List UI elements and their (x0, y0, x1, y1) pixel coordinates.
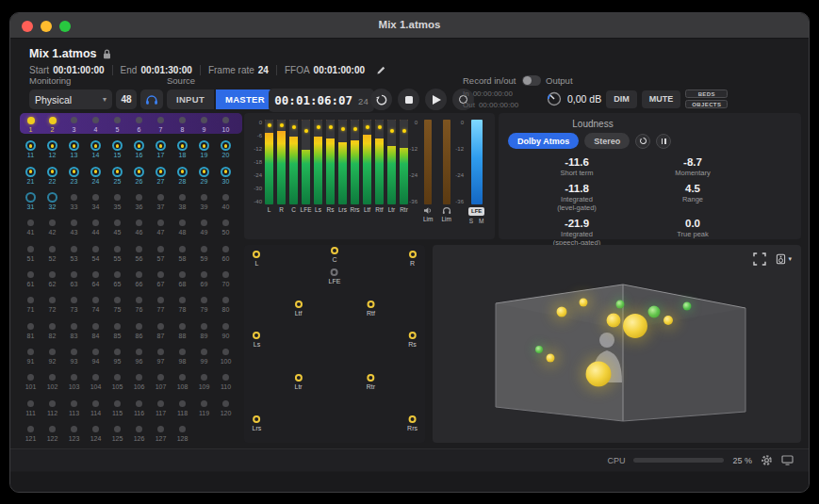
channel-120[interactable]: 120 (215, 397, 237, 417)
source-input-button[interactable]: INPUT (167, 89, 214, 109)
channel-69[interactable]: 69 (193, 268, 215, 288)
channel-51[interactable]: 51 (20, 242, 41, 263)
lock-icon[interactable] (103, 49, 111, 59)
channel-92[interactable]: 92 (41, 345, 63, 366)
channel-29[interactable]: 29 (193, 165, 215, 186)
channel-105[interactable]: 105 (106, 370, 128, 391)
return-to-start-button[interactable] (370, 89, 392, 110)
channel-102[interactable]: 102 (41, 370, 63, 391)
channel-66[interactable]: 66 (128, 268, 150, 288)
channel-75[interactable]: 75 (106, 293, 128, 314)
speaker-Rs[interactable]: Rs (408, 332, 417, 348)
channel-25[interactable]: 25 (106, 165, 128, 186)
channel-121[interactable]: 121 (20, 422, 41, 443)
channel-22[interactable]: 22 (41, 165, 63, 186)
channel-9[interactable]: 9 (193, 113, 215, 134)
speaker-LFE[interactable]: LFE (329, 268, 341, 285)
channel-32[interactable]: 32 (41, 190, 63, 211)
channel-67[interactable]: 67 (150, 268, 172, 288)
channel-126[interactable]: 126 (128, 422, 150, 443)
channel-82[interactable]: 82 (41, 319, 63, 340)
channel-94[interactable]: 94 (85, 345, 106, 366)
channel-79[interactable]: 79 (193, 293, 215, 314)
source-master-button[interactable]: MASTER (216, 89, 274, 109)
channel-87[interactable]: 87 (150, 319, 172, 340)
tab-dolby-atmos[interactable]: Dolby Atmos (508, 133, 579, 149)
channel-122[interactable]: 122 (41, 422, 63, 443)
play-button[interactable] (425, 89, 447, 110)
channel-27[interactable]: 27 (150, 165, 172, 186)
channel-125[interactable]: 125 (106, 422, 128, 443)
output-knob-icon[interactable] (546, 90, 563, 107)
channel-110[interactable]: 110 (215, 370, 237, 391)
channel-64[interactable]: 64 (85, 268, 106, 288)
channel-43[interactable]: 43 (63, 216, 85, 236)
speaker-L[interactable]: L (253, 251, 260, 267)
channel-127[interactable]: 127 (150, 422, 172, 443)
channel-70[interactable]: 70 (215, 268, 237, 288)
view-mode-button[interactable]: ▾ (776, 253, 792, 265)
channel-72[interactable]: 72 (41, 293, 63, 314)
channel-114[interactable]: 114 (85, 397, 106, 417)
speaker-Rrs[interactable]: Rrs (407, 415, 418, 431)
channel-113[interactable]: 113 (63, 397, 85, 417)
channel-58[interactable]: 58 (172, 242, 193, 263)
channel-23[interactable]: 23 (63, 165, 85, 186)
channel-74[interactable]: 74 (85, 293, 106, 314)
channel-116[interactable]: 116 (128, 397, 150, 417)
channel-104[interactable]: 104 (85, 370, 106, 391)
channel-98[interactable]: 98 (172, 345, 193, 366)
edit-icon[interactable] (376, 65, 386, 75)
channel-97[interactable]: 97 (150, 345, 172, 366)
channel-47[interactable]: 47 (150, 216, 172, 236)
channel-63[interactable]: 63 (63, 268, 85, 288)
channel-115[interactable]: 115 (106, 397, 128, 417)
channel-31[interactable]: 31 (20, 190, 41, 211)
channel-52[interactable]: 52 (41, 242, 63, 263)
channel-100[interactable]: 100 (215, 345, 237, 366)
display-button[interactable] (781, 455, 794, 465)
room-viewer[interactable]: ▾ (433, 245, 801, 443)
speaker-Rtr[interactable]: Rtr (367, 374, 375, 390)
speaker-Rtf[interactable]: Rtf (367, 301, 375, 317)
speaker-Lrs[interactable]: Lrs (253, 415, 262, 431)
channel-12[interactable]: 12 (41, 138, 63, 159)
channel-13[interactable]: 13 (63, 138, 85, 159)
channel-37[interactable]: 37 (150, 190, 172, 211)
channel-21[interactable]: 21 (20, 165, 41, 186)
channel-62[interactable]: 62 (41, 268, 63, 288)
channel-33[interactable]: 33 (63, 190, 85, 211)
channel-8[interactable]: 8 (172, 113, 193, 134)
channel-60[interactable]: 60 (215, 242, 237, 263)
channel-28[interactable]: 28 (172, 165, 193, 186)
tab-stereo[interactable]: Stereo (584, 133, 630, 149)
channel-7[interactable]: 7 (150, 113, 172, 134)
speaker-R[interactable]: R (409, 251, 417, 267)
channel-86[interactable]: 86 (128, 319, 150, 340)
channel-26[interactable]: 26 (128, 165, 150, 186)
channel-68[interactable]: 68 (172, 268, 193, 288)
channel-24[interactable]: 24 (85, 165, 106, 186)
channel-44[interactable]: 44 (85, 216, 106, 236)
channel-107[interactable]: 107 (150, 370, 172, 391)
speaker-C[interactable]: C (331, 247, 338, 263)
channel-56[interactable]: 56 (128, 242, 150, 263)
channel-57[interactable]: 57 (150, 242, 172, 263)
channel-90[interactable]: 90 (215, 319, 237, 340)
channel-17[interactable]: 17 (150, 138, 172, 159)
channel-111[interactable]: 111 (20, 397, 41, 417)
headphone-button[interactable] (140, 89, 163, 109)
beds-button[interactable]: BEDS (685, 89, 728, 98)
channel-49[interactable]: 49 (193, 216, 215, 236)
channel-84[interactable]: 84 (85, 319, 106, 340)
mute-button[interactable]: MUTE (642, 90, 681, 108)
channel-40[interactable]: 40 (215, 190, 237, 211)
monitoring-select[interactable]: Physical ▾ (29, 89, 112, 109)
channel-77[interactable]: 77 (150, 293, 172, 314)
channel-6[interactable]: 6 (128, 113, 150, 134)
channel-11[interactable]: 11 (20, 138, 41, 159)
channel-59[interactable]: 59 (193, 242, 215, 263)
channel-50[interactable]: 50 (215, 216, 237, 236)
channel-20[interactable]: 20 (215, 138, 237, 159)
dim-button[interactable]: DIM (606, 90, 637, 108)
